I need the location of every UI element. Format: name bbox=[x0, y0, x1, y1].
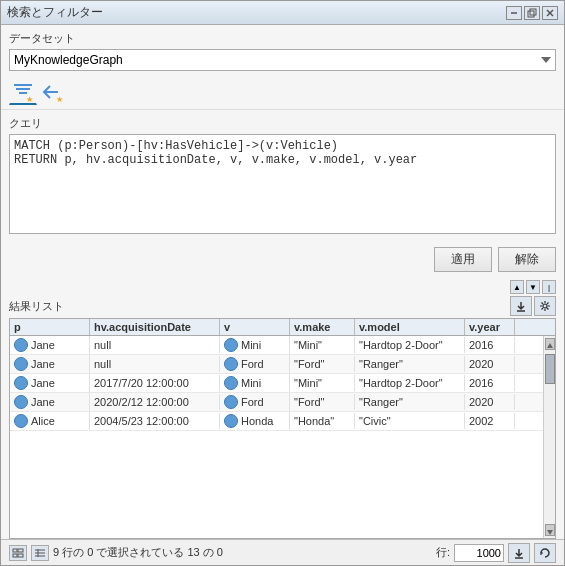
col-header-v: v bbox=[220, 319, 290, 335]
svg-rect-16 bbox=[18, 554, 23, 557]
scroll-up-button[interactable]: ▲ bbox=[510, 280, 524, 294]
results-table: p hv.acquisitionDate v v.make v.model v.… bbox=[9, 318, 556, 539]
clear-button[interactable]: 解除 bbox=[498, 247, 556, 272]
cell-year: 2016 bbox=[465, 337, 515, 353]
cell-year: 2020 bbox=[465, 356, 515, 372]
cell-date: null bbox=[90, 337, 220, 353]
table-row[interactable]: Jane 2020/2/12 12:00:00 Ford "Ford" "Ran… bbox=[10, 393, 543, 412]
cell-v: Ford bbox=[220, 393, 290, 411]
refresh-button[interactable] bbox=[534, 543, 556, 563]
export-button[interactable] bbox=[508, 543, 530, 563]
node-icon bbox=[14, 376, 28, 390]
svg-rect-15 bbox=[13, 554, 17, 557]
table-row[interactable]: Jane null Ford "Ford" "Ranger" 2020 bbox=[10, 355, 543, 374]
table-body-container: Jane null Mini "Mini" "Hardtop 2-Door" 2… bbox=[10, 336, 555, 538]
cell-v: Mini bbox=[220, 336, 290, 354]
title-bar: 検索とフィルター bbox=[1, 1, 564, 25]
table-row[interactable]: Alice 2004/5/23 12:00:00 Honda "Honda" "… bbox=[10, 412, 543, 431]
node-icon bbox=[14, 414, 28, 428]
cell-make: "Ford" bbox=[290, 394, 355, 410]
float-button[interactable] bbox=[524, 6, 540, 20]
scrollbar-thumb[interactable] bbox=[545, 354, 555, 384]
list-view-button[interactable] bbox=[31, 545, 49, 561]
col-header-date: hv.acquisitionDate bbox=[90, 319, 220, 335]
dataset-select[interactable]: MyKnowledgeGraph bbox=[9, 49, 556, 71]
cell-p: Alice bbox=[10, 412, 90, 430]
apply-button[interactable]: 適用 bbox=[434, 247, 492, 272]
cell-model: "Hardtop 2-Door" bbox=[355, 375, 465, 391]
query-label: クエリ bbox=[9, 116, 556, 131]
pin-position-button[interactable]: | bbox=[542, 280, 556, 294]
table-row[interactable]: Jane 2017/7/20 12:00:00 Mini "Mini" "Har… bbox=[10, 374, 543, 393]
svg-rect-13 bbox=[13, 549, 17, 552]
table-view-button[interactable] bbox=[9, 545, 27, 561]
svg-rect-7 bbox=[19, 92, 27, 94]
settings-button[interactable] bbox=[534, 296, 556, 316]
node-icon bbox=[224, 376, 238, 390]
query-actions: 適用 解除 bbox=[1, 241, 564, 278]
status-bar: 9 行の 0 で選択されている 13 の 0 行: bbox=[1, 539, 564, 565]
vertical-scrollbar[interactable] bbox=[543, 336, 555, 538]
node-icon bbox=[14, 357, 28, 371]
results-toolbar-buttons bbox=[510, 296, 556, 316]
results-section: 結果リスト bbox=[1, 296, 564, 539]
scroll-down-button[interactable]: ▼ bbox=[526, 280, 540, 294]
node-icon bbox=[14, 395, 28, 409]
cell-make: "Mini" bbox=[290, 375, 355, 391]
row-label: 行: bbox=[436, 545, 450, 560]
cell-v: Mini bbox=[220, 374, 290, 392]
download-button[interactable] bbox=[510, 296, 532, 316]
cell-make: "Honda" bbox=[290, 413, 355, 429]
results-label: 結果リスト bbox=[9, 299, 64, 314]
cell-date: 2020/2/12 12:00:00 bbox=[90, 394, 220, 410]
scroll-up-arrow[interactable] bbox=[545, 338, 555, 350]
dataset-label: データセット bbox=[9, 31, 556, 46]
svg-rect-5 bbox=[14, 84, 32, 86]
svg-rect-14 bbox=[18, 549, 23, 552]
col-header-make: v.make bbox=[290, 319, 355, 335]
svg-text:★: ★ bbox=[26, 95, 33, 102]
main-window: 検索とフィルター データセット bbox=[0, 0, 565, 566]
cell-v: Ford bbox=[220, 355, 290, 373]
query-input[interactable]: MATCH (p:Person)-[hv:HasVehicle]->(v:Veh… bbox=[9, 134, 556, 234]
window-controls bbox=[506, 6, 558, 20]
table-row[interactable]: Jane null Mini "Mini" "Hardtop 2-Door" 2… bbox=[10, 336, 543, 355]
add-filter-button[interactable]: ★ bbox=[9, 79, 37, 105]
cell-date: 2004/5/23 12:00:00 bbox=[90, 413, 220, 429]
cell-p: Jane bbox=[10, 393, 90, 411]
col-header-model: v.model bbox=[355, 319, 465, 335]
dataset-section: データセット MyKnowledgeGraph bbox=[1, 25, 564, 75]
results-header: 結果リスト bbox=[9, 296, 556, 316]
status-text: 9 行の 0 で選択されている 13 の 0 bbox=[53, 545, 223, 560]
node-icon bbox=[224, 357, 238, 371]
svg-rect-1 bbox=[528, 11, 534, 17]
cell-model: "Ranger" bbox=[355, 394, 465, 410]
cell-p: Jane bbox=[10, 336, 90, 354]
query-section: クエリ MATCH (p:Person)-[hv:HasVehicle]->(v… bbox=[1, 110, 564, 241]
content-area: データセット MyKnowledgeGraph ★ bbox=[1, 25, 564, 539]
cell-p: Jane bbox=[10, 355, 90, 373]
filter-toolbar: ★ ★ bbox=[1, 75, 564, 110]
cell-make: "Ford" bbox=[290, 356, 355, 372]
cell-model: "Ranger" bbox=[355, 356, 465, 372]
cell-date: null bbox=[90, 356, 220, 372]
cell-date: 2017/7/20 12:00:00 bbox=[90, 375, 220, 391]
status-right: 行: bbox=[436, 543, 556, 563]
window-title: 検索とフィルター bbox=[7, 4, 103, 21]
scroll-position-controls: ▲ ▼ | bbox=[1, 278, 564, 296]
back-button[interactable]: ★ bbox=[39, 79, 67, 105]
cell-v: Honda bbox=[220, 412, 290, 430]
scroll-down-arrow[interactable] bbox=[545, 524, 555, 536]
node-icon bbox=[14, 338, 28, 352]
row-count-input[interactable] bbox=[454, 544, 504, 562]
cell-year: 2002 bbox=[465, 413, 515, 429]
cell-year: 2020 bbox=[465, 394, 515, 410]
table-header: p hv.acquisitionDate v v.make v.model v.… bbox=[10, 319, 555, 336]
pin-button[interactable] bbox=[506, 6, 522, 20]
close-button[interactable] bbox=[542, 6, 558, 20]
node-icon bbox=[224, 338, 238, 352]
table-body[interactable]: Jane null Mini "Mini" "Hardtop 2-Door" 2… bbox=[10, 336, 543, 538]
svg-text:★: ★ bbox=[56, 95, 63, 102]
col-header-year: v.year bbox=[465, 319, 515, 335]
cell-model: "Civic" bbox=[355, 413, 465, 429]
